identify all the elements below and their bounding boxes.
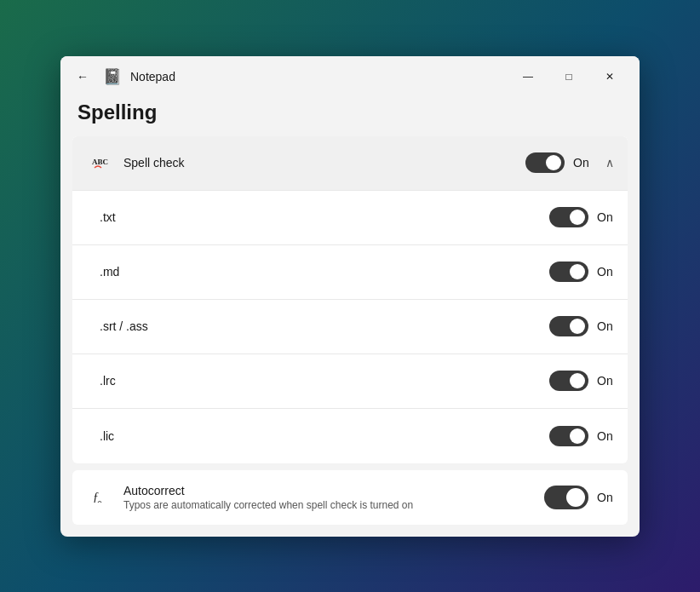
autocorrect-toggle-state: On — [597, 491, 614, 504]
spell-check-toggle-state: On — [573, 156, 590, 170]
minimize-button[interactable]: — — [508, 63, 548, 90]
autocorrect-row: ƒ Autocorrect Typos are automatically co… — [72, 470, 628, 525]
filetype-lic-state: On — [597, 429, 614, 443]
spell-check-row: ABC Spell check On ∧ — [72, 136, 628, 191]
spell-check-toggle[interactable] — [525, 152, 565, 173]
filetype-md-row: .md On — [72, 245, 628, 300]
filetype-lic-toggle[interactable] — [549, 426, 588, 446]
filetype-md-toggle[interactable] — [549, 262, 588, 282]
autocorrect-section: ƒ Autocorrect Typos are automatically co… — [72, 470, 628, 525]
back-button[interactable]: ← — [71, 65, 95, 89]
filetype-md-label: .md — [100, 265, 549, 279]
window-title: Notepad — [130, 70, 500, 83]
filetype-txt-row: .txt On — [72, 191, 628, 245]
close-button[interactable]: ✕ — [590, 63, 629, 90]
spell-check-icon: ABC — [86, 152, 117, 173]
autocorrect-sublabel: Typos are automatically corrected when s… — [123, 499, 544, 511]
autocorrect-icon: ƒ — [86, 487, 117, 508]
svg-text:ƒ: ƒ — [93, 491, 99, 503]
filetype-lrc-state: On — [597, 374, 614, 388]
main-window: ← 📓 Notepad — □ ✕ Spelling — [60, 56, 640, 537]
maximize-button[interactable]: □ — [549, 63, 588, 90]
filetype-srt-toggle[interactable] — [549, 316, 588, 336]
autocorrect-label: Autocorrect — [123, 484, 544, 497]
filetype-lic-label: .lic — [100, 429, 549, 443]
filetype-lic-row: .lic On — [72, 409, 628, 463]
filetype-srt-row: .srt / .ass On — [72, 300, 628, 354]
spell-check-chevron: ∧ — [605, 156, 614, 170]
filetype-txt-state: On — [597, 210, 614, 224]
content-area: ABC Spell check On ∧ .txt On — [60, 136, 640, 537]
filetype-srt-state: On — [597, 319, 614, 333]
filetype-txt-toggle[interactable] — [549, 207, 588, 227]
filetype-lrc-row: .lrc On — [72, 354, 628, 409]
filetype-md-state: On — [597, 265, 614, 279]
page-header: Spelling — [60, 97, 640, 136]
svg-text:ABC: ABC — [92, 158, 108, 166]
filetype-lrc-label: .lrc — [100, 374, 549, 388]
filetype-lrc-toggle[interactable] — [549, 371, 588, 391]
spell-check-section: ABC Spell check On ∧ .txt On — [72, 136, 628, 463]
spell-check-controls: On ∧ — [525, 152, 614, 173]
filetype-txt-label: .txt — [100, 210, 549, 224]
window-controls: — □ ✕ — [508, 63, 629, 90]
filetype-srt-label: .srt / .ass — [100, 319, 549, 333]
titlebar: ← 📓 Notepad — □ ✕ — [60, 56, 640, 97]
app-icon: 📓 — [103, 67, 122, 86]
autocorrect-toggle[interactable] — [544, 486, 588, 509]
spell-check-label: Spell check — [123, 156, 525, 170]
